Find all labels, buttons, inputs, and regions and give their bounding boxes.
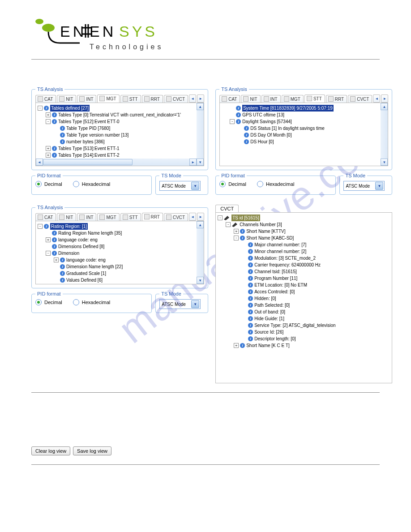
tree-node[interactable]: Table Type PID [7680]	[66, 125, 110, 132]
tree-node[interactable]: Program Number [11]	[254, 275, 297, 282]
vertical-scrollbar[interactable]: ▲ ▼	[381, 103, 388, 166]
tree-node[interactable]: DS Status [1] In daylight savings time	[250, 125, 325, 132]
radio-decimal[interactable]	[35, 299, 42, 305]
tree-node[interactable]: Dimension	[58, 250, 79, 257]
tree-node[interactable]: Tables Type [512]:Event ETT-0	[58, 118, 120, 125]
vertical-scrollbar[interactable]: ▲ ▼	[197, 221, 204, 284]
tree-node[interactable]: Tables Type [514]:Event ETT-2	[58, 152, 120, 159]
tab-int[interactable]: INT	[77, 95, 96, 103]
radio-decimal[interactable]	[35, 181, 42, 187]
scroll-down-icon[interactable]: ▼	[197, 277, 204, 284]
tree-node[interactable]: System Time [811832839] 9/27/2005 5:07:1…	[242, 105, 334, 112]
collapse-icon[interactable]: -	[234, 236, 239, 240]
tab-mgt[interactable]: MGT	[97, 213, 119, 221]
tab-cvct[interactable]: CVCT	[348, 95, 372, 103]
radio-hexadecimal[interactable]	[73, 181, 79, 187]
tab-cvct[interactable]: CVCT	[164, 95, 188, 103]
vertical-scrollbar[interactable]: ▲ ▼	[197, 103, 204, 166]
tab-cat[interactable]: CAT	[35, 213, 56, 221]
radio-hexadecimal[interactable]	[73, 299, 79, 305]
tree-node[interactable]: Out of band: [0]	[254, 309, 285, 315]
expand-icon[interactable]: +	[54, 257, 59, 262]
collapse-icon[interactable]: -	[218, 215, 223, 220]
tabs-scroll-right[interactable]: ►	[197, 94, 204, 103]
horizontal-scrollbar[interactable]: ◄ ►	[36, 159, 197, 166]
tree-node[interactable]: Dimension Name length [22]	[66, 263, 123, 270]
tab-nit[interactable]: NIT	[57, 95, 76, 103]
tabs-scroll-right[interactable]: ►	[381, 94, 388, 103]
scroll-up-icon[interactable]: ▲	[197, 103, 204, 110]
scroll-thumb[interactable]	[43, 159, 133, 165]
tree-node[interactable]: Tables defined [27]	[50, 105, 90, 112]
tree-node[interactable]: Hide Guide: [1]	[254, 315, 284, 322]
tree-node[interactable]: Channel tsid: [51615]	[254, 268, 297, 275]
tree-node[interactable]: Minor channel number: [2]	[254, 248, 306, 255]
scroll-left-icon[interactable]: ◄	[36, 159, 43, 166]
tabs-scroll-left[interactable]: ◄	[189, 94, 196, 103]
tree-node[interactable]: Carrier frequency: 624000000 Hz	[254, 262, 321, 268]
tab-rrt[interactable]: RRT	[142, 213, 163, 221]
tree-node[interactable]: TS id [51615]	[231, 215, 260, 221]
tree-node[interactable]: Short Name [K C E T]	[246, 342, 290, 349]
tree-node[interactable]: language code: eng	[58, 236, 98, 243]
tab-mgt[interactable]: MGT	[97, 94, 119, 103]
collapse-icon[interactable]: -	[38, 224, 43, 229]
expand-icon[interactable]: +	[46, 153, 51, 158]
tab-mgt[interactable]: MGT	[282, 95, 304, 103]
radio-hexadecimal[interactable]	[257, 181, 263, 187]
tree-node[interactable]: Source Id: [26]	[254, 329, 283, 335]
tab-int[interactable]: INT	[261, 95, 281, 103]
collapse-icon[interactable]: -	[230, 119, 235, 124]
tree-node[interactable]: DS Hour [0]	[250, 138, 274, 145]
expand-icon[interactable]: +	[46, 237, 51, 242]
tree-node[interactable]: Graduated Scale [1]	[66, 270, 106, 277]
tree-node[interactable]: Tables Type [0]:Terrestrial VCT with cur…	[58, 112, 181, 118]
scroll-down-icon[interactable]: ▼	[381, 159, 388, 166]
expand-icon[interactable]: +	[234, 229, 239, 234]
tree-node[interactable]: Rating Region: [1]	[50, 223, 88, 230]
tree-node[interactable]: Dimensions Defined [8]	[58, 243, 104, 250]
tree-node[interactable]: language code: eng	[66, 257, 106, 263]
tab-cat[interactable]: CAT	[35, 95, 56, 103]
tree-node[interactable]: Rating Region Name length [35]	[58, 230, 122, 236]
expand-icon[interactable]: +	[46, 112, 51, 117]
scroll-up-icon[interactable]: ▲	[197, 221, 204, 228]
tab-nit[interactable]: NIT	[241, 95, 260, 103]
tab-stt[interactable]: STT	[304, 94, 325, 103]
scroll-down-icon[interactable]: ▼	[197, 159, 204, 166]
ts-mode-select[interactable]: ATSC Mode ▼	[159, 299, 201, 309]
tab-int[interactable]: INT	[77, 213, 96, 221]
tree-node[interactable]: Channels Number [3]	[240, 221, 282, 228]
tree-node[interactable]: ETM Location: [0] No ETM	[254, 282, 307, 288]
tabs-scroll-left[interactable]: ◄	[189, 213, 196, 221]
ts-mode-select[interactable]: ATSC Mode ▼	[159, 181, 201, 191]
collapse-icon[interactable]: -	[226, 222, 231, 227]
tree-node[interactable]: Short Name [KTTV]	[246, 228, 285, 235]
tree-node[interactable]: Daylight Savings [57344]	[242, 118, 292, 125]
tree-node[interactable]: Modulation: [3] SCTE_mode_2	[254, 255, 316, 262]
tree-node[interactable]: number bytes [386]	[66, 138, 105, 145]
tab-nit[interactable]: NIT	[57, 213, 76, 221]
clear-log-button[interactable]: Clear log view	[31, 446, 70, 455]
scroll-right-icon[interactable]: ►	[189, 159, 197, 166]
tree-node[interactable]: Descriptor length: [0]	[254, 335, 295, 342]
tree-node[interactable]: Hidden: [0]	[254, 295, 276, 302]
collapse-icon[interactable]: -	[46, 119, 51, 124]
tab-cvct[interactable]: CVCT	[164, 213, 188, 221]
tree-node[interactable]: Values Defined [6]	[66, 277, 103, 283]
radio-decimal[interactable]	[219, 181, 226, 187]
tree-node[interactable]: Table Type version number [13]	[66, 132, 128, 138]
expand-icon[interactable]: +	[234, 343, 239, 348]
tab-rrt[interactable]: RRT	[326, 95, 347, 103]
tab-cvct[interactable]: CVCT	[215, 205, 239, 212]
tree-node[interactable]: GPS UTC oftime [13]	[242, 112, 284, 118]
tree-node[interactable]: Service Type: [2] ATSC_digital_televisio…	[254, 322, 335, 329]
ts-mode-select[interactable]: ATSC Mode ▼	[343, 181, 385, 191]
tree-node[interactable]: Acces Controled: [0]	[254, 288, 295, 295]
tabs-scroll-right[interactable]: ►	[197, 213, 204, 221]
tree-node[interactable]: Tables Type [513]:Event ETT-1	[58, 145, 120, 152]
tab-cat[interactable]: CAT	[219, 95, 240, 103]
tab-stt[interactable]: STT	[120, 95, 141, 103]
tree-node[interactable]: Short Name [KABC-SD]	[246, 235, 294, 241]
tree-node[interactable]: Path Selected: [0]	[254, 302, 290, 309]
